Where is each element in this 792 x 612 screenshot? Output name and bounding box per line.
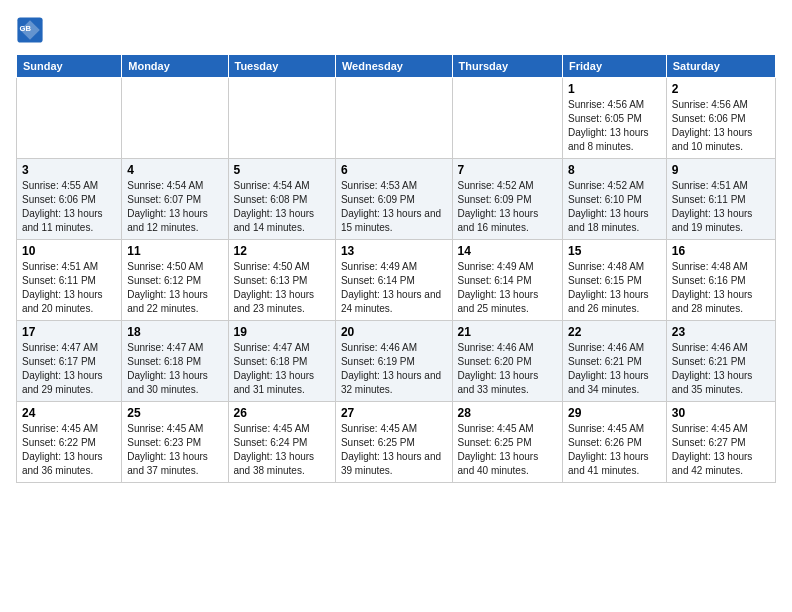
day-number: 30	[672, 406, 770, 420]
header-day-tuesday: Tuesday	[228, 55, 335, 78]
day-info: Sunrise: 4:47 AM Sunset: 6:17 PM Dayligh…	[22, 341, 116, 397]
day-info: Sunrise: 4:54 AM Sunset: 6:08 PM Dayligh…	[234, 179, 330, 235]
day-info: Sunrise: 4:48 AM Sunset: 6:15 PM Dayligh…	[568, 260, 661, 316]
day-number: 17	[22, 325, 116, 339]
day-info: Sunrise: 4:50 AM Sunset: 6:12 PM Dayligh…	[127, 260, 222, 316]
header-day-friday: Friday	[563, 55, 667, 78]
day-info: Sunrise: 4:50 AM Sunset: 6:13 PM Dayligh…	[234, 260, 330, 316]
day-info: Sunrise: 4:56 AM Sunset: 6:05 PM Dayligh…	[568, 98, 661, 154]
calendar-week-1: 1Sunrise: 4:56 AM Sunset: 6:05 PM Daylig…	[17, 78, 776, 159]
calendar-cell	[228, 78, 335, 159]
day-number: 22	[568, 325, 661, 339]
calendar-cell: 16Sunrise: 4:48 AM Sunset: 6:16 PM Dayli…	[666, 240, 775, 321]
day-number: 5	[234, 163, 330, 177]
calendar-cell: 25Sunrise: 4:45 AM Sunset: 6:23 PM Dayli…	[122, 402, 228, 483]
calendar-cell	[452, 78, 562, 159]
calendar-body: 1Sunrise: 4:56 AM Sunset: 6:05 PM Daylig…	[17, 78, 776, 483]
calendar-table: SundayMondayTuesdayWednesdayThursdayFrid…	[16, 54, 776, 483]
logo-icon: GB	[16, 16, 44, 44]
day-info: Sunrise: 4:53 AM Sunset: 6:09 PM Dayligh…	[341, 179, 447, 235]
svg-text:GB: GB	[20, 24, 32, 33]
calendar-cell: 20Sunrise: 4:46 AM Sunset: 6:19 PM Dayli…	[335, 321, 452, 402]
calendar-cell: 29Sunrise: 4:45 AM Sunset: 6:26 PM Dayli…	[563, 402, 667, 483]
day-number: 7	[458, 163, 557, 177]
calendar-cell: 8Sunrise: 4:52 AM Sunset: 6:10 PM Daylig…	[563, 159, 667, 240]
calendar-cell: 3Sunrise: 4:55 AM Sunset: 6:06 PM Daylig…	[17, 159, 122, 240]
calendar-cell: 1Sunrise: 4:56 AM Sunset: 6:05 PM Daylig…	[563, 78, 667, 159]
header-day-wednesday: Wednesday	[335, 55, 452, 78]
day-number: 13	[341, 244, 447, 258]
day-number: 10	[22, 244, 116, 258]
calendar-cell: 19Sunrise: 4:47 AM Sunset: 6:18 PM Dayli…	[228, 321, 335, 402]
day-info: Sunrise: 4:52 AM Sunset: 6:10 PM Dayligh…	[568, 179, 661, 235]
header-day-monday: Monday	[122, 55, 228, 78]
calendar-cell	[122, 78, 228, 159]
header-day-thursday: Thursday	[452, 55, 562, 78]
calendar-cell: 11Sunrise: 4:50 AM Sunset: 6:12 PM Dayli…	[122, 240, 228, 321]
header: GB	[16, 16, 776, 44]
day-info: Sunrise: 4:47 AM Sunset: 6:18 PM Dayligh…	[234, 341, 330, 397]
calendar-week-4: 17Sunrise: 4:47 AM Sunset: 6:17 PM Dayli…	[17, 321, 776, 402]
day-number: 2	[672, 82, 770, 96]
day-info: Sunrise: 4:49 AM Sunset: 6:14 PM Dayligh…	[341, 260, 447, 316]
calendar-cell: 23Sunrise: 4:46 AM Sunset: 6:21 PM Dayli…	[666, 321, 775, 402]
logo: GB	[16, 16, 48, 44]
day-number: 19	[234, 325, 330, 339]
calendar-cell: 26Sunrise: 4:45 AM Sunset: 6:24 PM Dayli…	[228, 402, 335, 483]
calendar-cell: 7Sunrise: 4:52 AM Sunset: 6:09 PM Daylig…	[452, 159, 562, 240]
day-info: Sunrise: 4:45 AM Sunset: 6:24 PM Dayligh…	[234, 422, 330, 478]
day-info: Sunrise: 4:55 AM Sunset: 6:06 PM Dayligh…	[22, 179, 116, 235]
calendar-week-3: 10Sunrise: 4:51 AM Sunset: 6:11 PM Dayli…	[17, 240, 776, 321]
day-number: 20	[341, 325, 447, 339]
calendar-cell: 12Sunrise: 4:50 AM Sunset: 6:13 PM Dayli…	[228, 240, 335, 321]
day-number: 24	[22, 406, 116, 420]
day-info: Sunrise: 4:45 AM Sunset: 6:22 PM Dayligh…	[22, 422, 116, 478]
calendar-cell	[335, 78, 452, 159]
day-info: Sunrise: 4:45 AM Sunset: 6:26 PM Dayligh…	[568, 422, 661, 478]
day-number: 6	[341, 163, 447, 177]
day-info: Sunrise: 4:45 AM Sunset: 6:23 PM Dayligh…	[127, 422, 222, 478]
day-number: 27	[341, 406, 447, 420]
calendar-cell: 22Sunrise: 4:46 AM Sunset: 6:21 PM Dayli…	[563, 321, 667, 402]
day-info: Sunrise: 4:46 AM Sunset: 6:20 PM Dayligh…	[458, 341, 557, 397]
day-number: 26	[234, 406, 330, 420]
day-number: 14	[458, 244, 557, 258]
day-number: 9	[672, 163, 770, 177]
calendar-cell: 6Sunrise: 4:53 AM Sunset: 6:09 PM Daylig…	[335, 159, 452, 240]
day-info: Sunrise: 4:52 AM Sunset: 6:09 PM Dayligh…	[458, 179, 557, 235]
day-info: Sunrise: 4:54 AM Sunset: 6:07 PM Dayligh…	[127, 179, 222, 235]
day-info: Sunrise: 4:46 AM Sunset: 6:21 PM Dayligh…	[568, 341, 661, 397]
calendar-cell: 10Sunrise: 4:51 AM Sunset: 6:11 PM Dayli…	[17, 240, 122, 321]
calendar-cell: 2Sunrise: 4:56 AM Sunset: 6:06 PM Daylig…	[666, 78, 775, 159]
calendar-cell: 5Sunrise: 4:54 AM Sunset: 6:08 PM Daylig…	[228, 159, 335, 240]
calendar-cell: 28Sunrise: 4:45 AM Sunset: 6:25 PM Dayli…	[452, 402, 562, 483]
day-info: Sunrise: 4:47 AM Sunset: 6:18 PM Dayligh…	[127, 341, 222, 397]
day-info: Sunrise: 4:45 AM Sunset: 6:25 PM Dayligh…	[341, 422, 447, 478]
day-number: 11	[127, 244, 222, 258]
header-day-sunday: Sunday	[17, 55, 122, 78]
day-number: 16	[672, 244, 770, 258]
day-info: Sunrise: 4:51 AM Sunset: 6:11 PM Dayligh…	[22, 260, 116, 316]
day-number: 29	[568, 406, 661, 420]
day-info: Sunrise: 4:49 AM Sunset: 6:14 PM Dayligh…	[458, 260, 557, 316]
calendar-cell: 21Sunrise: 4:46 AM Sunset: 6:20 PM Dayli…	[452, 321, 562, 402]
calendar-cell: 4Sunrise: 4:54 AM Sunset: 6:07 PM Daylig…	[122, 159, 228, 240]
calendar-week-2: 3Sunrise: 4:55 AM Sunset: 6:06 PM Daylig…	[17, 159, 776, 240]
day-number: 21	[458, 325, 557, 339]
day-info: Sunrise: 4:46 AM Sunset: 6:21 PM Dayligh…	[672, 341, 770, 397]
day-number: 18	[127, 325, 222, 339]
day-info: Sunrise: 4:46 AM Sunset: 6:19 PM Dayligh…	[341, 341, 447, 397]
day-number: 25	[127, 406, 222, 420]
calendar-cell: 14Sunrise: 4:49 AM Sunset: 6:14 PM Dayli…	[452, 240, 562, 321]
calendar-cell: 17Sunrise: 4:47 AM Sunset: 6:17 PM Dayli…	[17, 321, 122, 402]
day-info: Sunrise: 4:56 AM Sunset: 6:06 PM Dayligh…	[672, 98, 770, 154]
calendar-header: SundayMondayTuesdayWednesdayThursdayFrid…	[17, 55, 776, 78]
header-day-saturday: Saturday	[666, 55, 775, 78]
day-number: 8	[568, 163, 661, 177]
day-number: 28	[458, 406, 557, 420]
calendar-cell: 27Sunrise: 4:45 AM Sunset: 6:25 PM Dayli…	[335, 402, 452, 483]
day-info: Sunrise: 4:51 AM Sunset: 6:11 PM Dayligh…	[672, 179, 770, 235]
day-info: Sunrise: 4:45 AM Sunset: 6:27 PM Dayligh…	[672, 422, 770, 478]
calendar-week-5: 24Sunrise: 4:45 AM Sunset: 6:22 PM Dayli…	[17, 402, 776, 483]
day-number: 23	[672, 325, 770, 339]
